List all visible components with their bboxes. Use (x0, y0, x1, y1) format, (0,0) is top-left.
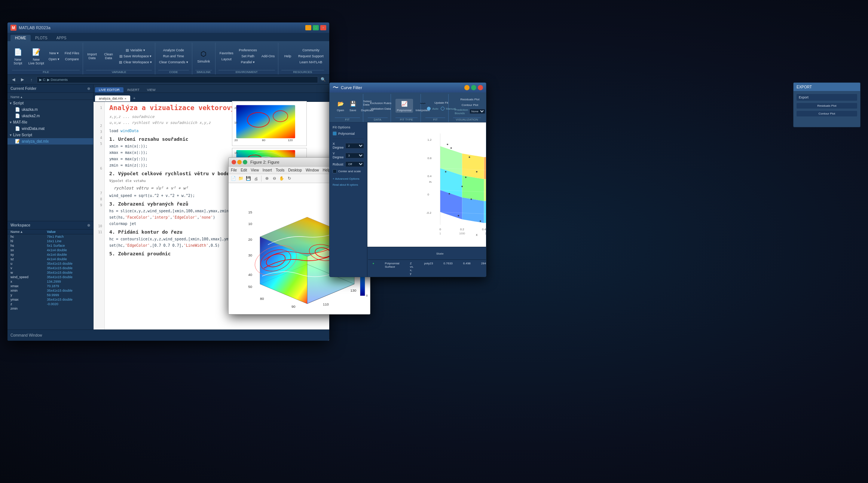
import-data-button[interactable]: ImportData (85, 52, 100, 61)
new-button[interactable]: New ▾ (47, 51, 61, 56)
search-button[interactable]: 🔍 (320, 76, 327, 83)
cf-residuals-btn[interactable]: Residuals Plot (453, 97, 486, 102)
save-workspace-button[interactable]: ▤ Save Workspace ▾ (117, 54, 153, 59)
tab-insert[interactable]: INSERT (123, 87, 143, 92)
tab-view[interactable]: VIEW (143, 87, 159, 92)
minimize-button[interactable]: ─ (305, 25, 311, 30)
ws-row-z[interactable]: z -0.0020 (7, 302, 93, 306)
polynomial-checkbox[interactable] (333, 131, 337, 136)
ws-row-y[interactable]: y 59.9999 (7, 293, 93, 297)
simulink-button[interactable]: ⬡ Simulink (196, 48, 211, 64)
contour-plot-btn-export[interactable]: Contour Plot (797, 111, 857, 116)
clean-data-button[interactable]: CleanData (101, 52, 116, 61)
ws-row-wind[interactable]: wind_speed 35x41x15 double (7, 275, 93, 279)
cf-close[interactable] (478, 85, 483, 90)
ws-row-ymax[interactable]: ymax 35x41x15 double (7, 297, 93, 302)
analyze-code-button[interactable]: Analyze Code (158, 48, 190, 53)
fig2-min[interactable] (237, 160, 242, 164)
fig-menu-tools[interactable]: Tools (276, 168, 284, 172)
variable-button[interactable]: ▤ Variable ▾ (117, 48, 153, 53)
new-tab-button[interactable]: + (130, 95, 138, 101)
clear-commands-button[interactable]: Clear Commands ▾ (158, 60, 190, 65)
new-script-button[interactable]: 📄 NewScript (10, 46, 25, 66)
cf-maximize[interactable] (471, 85, 476, 90)
fig-menu-insert[interactable]: Insert (263, 168, 272, 172)
back-button[interactable]: ◀ (10, 76, 17, 83)
livescript-group[interactable]: ▾ Live Script (7, 132, 93, 138)
pred-bounds-select[interactable]: None (470, 109, 485, 114)
winddata-file[interactable]: 📄 windData.mat (7, 125, 93, 132)
fig-menu-view[interactable]: View (251, 168, 259, 172)
fig-menu-edit[interactable]: Edit (241, 168, 247, 172)
ws-row-hl[interactable]: hl 16x1 Line (7, 239, 93, 243)
set-path-button[interactable]: Set Path (237, 54, 259, 59)
fig-menu-desktop[interactable]: Desktop (288, 168, 302, 172)
layout-button[interactable]: Layout (217, 57, 236, 62)
find-files-button[interactable]: Find Files (62, 51, 81, 56)
panel-expand[interactable]: ⊕ (87, 86, 90, 91)
ws-row-hs[interactable]: hs 5x1 Surface (7, 243, 93, 248)
maximize-button[interactable]: □ (313, 25, 319, 30)
close-button[interactable]: × (320, 25, 326, 30)
fig2-tb-save[interactable]: 💾 (245, 175, 252, 182)
cf-validation-btn[interactable]: Validation Data (368, 106, 394, 111)
learn-matlab-button[interactable]: Learn MATLAB (297, 60, 325, 65)
cf-result-row-1[interactable]: ● Polynomial Surface Z vs. x, y poly23 0… (368, 261, 486, 276)
command-window-bar[interactable]: Command Window (7, 329, 329, 341)
fig2-close[interactable] (232, 160, 236, 164)
ws-row-sz[interactable]: sz 4x1x4 double (7, 257, 93, 261)
fig2-tb-print[interactable]: 🖨 (253, 175, 259, 182)
ws-row-sy[interactable]: sy 4x1x4 double (7, 252, 93, 257)
center-scale-checkbox[interactable] (333, 169, 337, 173)
manual-radio[interactable] (441, 107, 444, 110)
tab-apps[interactable]: APPS (52, 35, 71, 41)
editor-tab-close[interactable]: × (125, 97, 126, 100)
cf-contour-btn[interactable]: Contour Plot (453, 103, 486, 107)
new-live-script-button[interactable]: 📝 NewLive Script (27, 46, 46, 66)
ws-row-xmin[interactable]: xmin 35x41x15 double (7, 288, 93, 293)
fig2-tb-open[interactable]: 📁 (238, 175, 244, 182)
tab-live-editor[interactable]: LIVE EDITOR (95, 87, 123, 92)
analyza-file[interactable]: 📝 analyza_dat.mlx (7, 138, 93, 145)
ws-row-hc[interactable]: hc 79x1 Patch (7, 234, 93, 239)
cf-open-btn[interactable]: 📂 Open (335, 99, 346, 113)
favorites-button[interactable]: Favorites (217, 51, 236, 56)
compare-button[interactable]: Compare (62, 57, 81, 62)
ws-row-sx[interactable]: sx 4x1x4 double (7, 248, 93, 252)
cf-exclusion-btn[interactable]: Exclusion Rules (368, 101, 394, 106)
cf-polynomial-btn[interactable]: 📈 Polynomial (395, 99, 413, 113)
ws-row-x[interactable]: x 134.2999 (7, 279, 93, 284)
read-about-link[interactable]: Read about fit options (333, 183, 364, 186)
script-group[interactable]: ▾ Script (7, 100, 93, 106)
matfile-group[interactable]: ▾ MAT-file (7, 119, 93, 125)
x-degree-select[interactable]: 2 (345, 143, 364, 149)
community-button[interactable]: Community (297, 48, 325, 53)
preferences-button[interactable]: Preferences (237, 48, 259, 53)
fig2-tb-rotate[interactable]: ↻ (286, 175, 293, 182)
open-button[interactable]: Open ▾ (47, 57, 61, 62)
clear-workspace-button[interactable]: ▤ Clear Workspace ▾ (117, 60, 153, 65)
ws-row-v[interactable]: v 35x41x15 double (7, 266, 93, 270)
ws-row-u[interactable]: u 35x41x15 double (7, 261, 93, 266)
fig2-max[interactable] (243, 160, 247, 164)
add-ons-button[interactable]: Add-Ons (260, 54, 276, 59)
ws-row-zmin[interactable]: zmin (7, 306, 93, 311)
polynomial-checkbox-row[interactable]: Polynomial (333, 131, 364, 136)
ukazka2-file[interactable]: 📄 ukazka2.m (7, 113, 93, 119)
robust-select[interactable]: Off (345, 161, 364, 167)
export-btn[interactable]: Export (797, 94, 857, 101)
cf-save-btn[interactable]: 💾 Save (347, 99, 358, 113)
advanced-options-link[interactable]: + Advanced Options (333, 177, 364, 180)
ws-row-w[interactable]: w 35x41x15 double (7, 270, 93, 275)
fig2-tb-zoom-out[interactable]: ⊖ (271, 175, 278, 182)
cf-minimize[interactable] (464, 85, 470, 90)
fig-menu-window[interactable]: Window (306, 168, 319, 172)
help-button[interactable]: Help (280, 54, 295, 59)
workspace-expand[interactable]: ⊕ (87, 223, 90, 227)
set-path-label[interactable]: Set Path (241, 54, 254, 58)
parallel-button[interactable]: Parallel ▾ (237, 60, 259, 65)
run-time-button[interactable]: Run and Time (158, 54, 190, 59)
tab-home[interactable]: HOME (10, 35, 31, 41)
fig-menu-file[interactable]: File (231, 168, 237, 172)
up-button[interactable]: ↑ (28, 76, 35, 83)
